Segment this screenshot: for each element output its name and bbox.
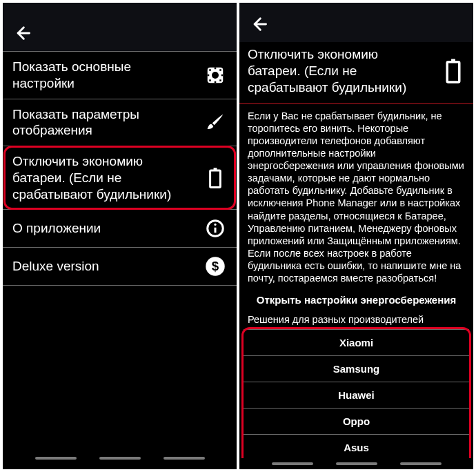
svg-rect-12: [214, 168, 217, 170]
nav-back[interactable]: [163, 457, 205, 460]
vendor-asus[interactable]: Asus: [244, 435, 469, 458]
info-icon: [204, 217, 227, 240]
top-bar: [3, 17, 237, 51]
settings-item-label: О приложении: [12, 220, 197, 237]
back-button[interactable]: [12, 23, 227, 43]
svg-rect-20: [451, 59, 455, 61]
settings-list: Показать основные настройки Показать пар…: [3, 51, 237, 286]
status-bar: [239, 3, 473, 8]
settings-item-deluxe[interactable]: Deluxe version $: [3, 248, 237, 286]
vendor-huawei[interactable]: Huawei: [244, 382, 469, 409]
detail-body: Если у Вас не срабатывает будильник, не …: [239, 104, 473, 288]
svg-rect-7: [209, 69, 211, 71]
nav-home[interactable]: [336, 462, 377, 465]
gear-icon: [204, 63, 227, 87]
detail-title: Отключить экономию батареи. (Если не сра…: [248, 46, 433, 95]
open-power-settings-link[interactable]: Открыть настройки энергосбережения: [239, 287, 473, 310]
settings-item-label: Отключить экономию батареи. (Если не сра…: [12, 153, 197, 202]
nav-back[interactable]: [400, 462, 442, 465]
svg-rect-11: [210, 170, 221, 188]
svg-rect-5: [208, 75, 210, 77]
settings-item-about[interactable]: О приложении: [3, 210, 237, 248]
settings-item-battery[interactable]: Отключить экономию батареи. (Если не сра…: [3, 146, 237, 210]
settings-item-display[interactable]: Показать параметры отображения: [3, 99, 237, 147]
back-button[interactable]: [249, 14, 464, 34]
vendor-xiaomi[interactable]: Xiaomi: [244, 329, 469, 356]
settings-item-basic[interactable]: Показать основные настройки: [3, 51, 237, 99]
svg-rect-4: [215, 81, 217, 83]
vendor-oppo[interactable]: Oppo: [244, 409, 469, 435]
vendor-list-wrap: Xiaomi Samsung Huawei Oppo Asus: [244, 329, 469, 458]
svg-rect-3: [215, 68, 217, 70]
settings-item-label: Показать параметры отображения: [12, 106, 197, 139]
vendor-samsung[interactable]: Samsung: [244, 356, 469, 382]
svg-text:$: $: [212, 259, 219, 274]
svg-point-15: [214, 224, 216, 226]
status-bar: [3, 3, 237, 17]
settings-item-label: Показать основные настройки: [12, 59, 197, 92]
svg-point-2: [212, 72, 219, 79]
solutions-label: Решения для разных производителей: [239, 310, 473, 329]
detail-header: Отключить экономию батареи. (Если не сра…: [239, 42, 473, 104]
vendor-list: Xiaomi Samsung Huawei Oppo Asus: [244, 329, 469, 458]
svg-rect-19: [447, 62, 459, 82]
nav-bar: [239, 458, 473, 469]
nav-home[interactable]: [99, 457, 141, 460]
battery-icon: [442, 59, 465, 83]
dollar-icon: $: [204, 255, 227, 278]
nav-recent[interactable]: [272, 462, 313, 465]
svg-rect-10: [219, 79, 221, 81]
brush-icon: [204, 110, 227, 134]
settings-item-label: Deluxe version: [12, 258, 197, 275]
svg-rect-9: [209, 79, 211, 81]
svg-rect-8: [219, 69, 221, 71]
battery-icon: [204, 166, 227, 190]
nav-bar: [3, 447, 237, 469]
svg-rect-6: [221, 75, 224, 77]
screen-battery-detail: Отключить экономию батареи. (Если не сра…: [239, 3, 473, 469]
nav-recent[interactable]: [35, 457, 77, 460]
screen-settings-list: Показать основные настройки Показать пар…: [3, 3, 237, 469]
top-bar: [239, 8, 473, 42]
